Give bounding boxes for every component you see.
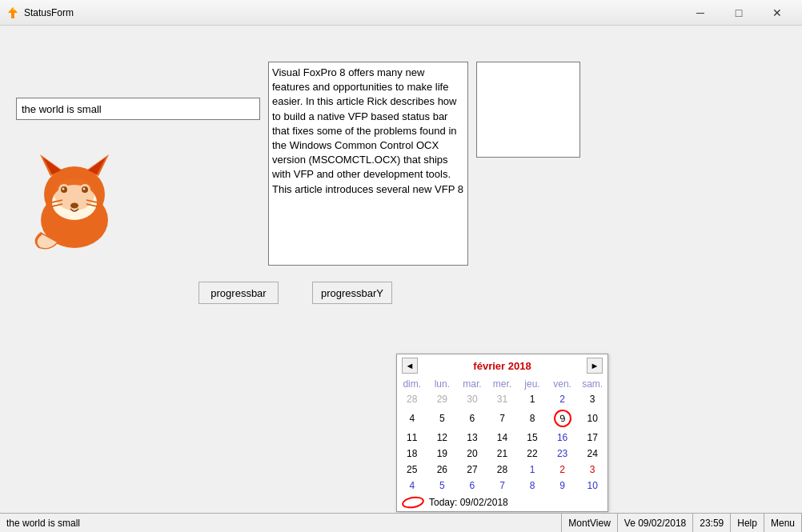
col-jeu: jeu. [517,377,547,391]
minimize-button[interactable]: ─ [682,0,719,26]
window-title: StatusForm [24,7,682,18]
calendar-day[interactable]: 2 [547,391,578,407]
calendar-week-row: 18192021222324 [397,446,608,462]
calendar-day[interactable]: 3 [577,462,608,478]
close-button[interactable]: ✕ [759,0,796,26]
progressbar-button[interactable]: progressbar [198,282,279,304]
calendar-day[interactable]: 23 [547,446,578,462]
calendar-day[interactable]: 24 [577,446,608,462]
progressbary-button[interactable]: progressbarY [312,282,392,304]
fox-image [22,148,126,252]
text-area[interactable]: Visual FoxPro 8 offers many new features… [268,62,468,266]
calendar-week-row: 45678910 [397,478,608,494]
calendar-day[interactable]: 8 [517,478,547,494]
text-area-content: Visual FoxPro 8 offers many new features… [272,66,463,195]
calendar-day[interactable]: 6 [457,407,487,430]
statusbar-date: Ve 09/02/2018 [618,514,693,532]
calendar-day[interactable]: 11 [397,430,427,446]
calendar-day[interactable]: 5 [427,478,458,494]
calendar-week-row: 45678910 [397,407,608,430]
calendar-day[interactable]: 13 [457,430,487,446]
statusbar-time: 23:59 [693,514,731,532]
calendar-day[interactable]: 28 [397,391,427,407]
statusbar: the world is small MontView Ve 09/02/201… [0,513,802,532]
svg-point-20 [54,178,94,210]
calendar-day[interactable]: 3 [577,391,608,407]
calendar-day[interactable]: 19 [427,446,458,462]
calendar-day[interactable]: 29 [427,391,458,407]
col-mar: mar. [457,377,487,391]
calendar-next-button[interactable]: ► [587,358,603,374]
calendar-day[interactable]: 4 [397,407,427,430]
main-window: StatusForm ─ □ ✕ [0,0,802,532]
calendar-day[interactable]: 10 [577,478,608,494]
calendar-day[interactable]: 27 [457,462,487,478]
image-box [476,62,580,158]
calendar-day[interactable]: 7 [487,478,518,494]
calendar-day[interactable]: 18 [397,446,427,462]
calendar-prev-button[interactable]: ◄ [402,358,418,374]
col-ven: ven. [547,377,578,391]
calendar-day[interactable]: 15 [517,430,547,446]
calendar-day[interactable]: 9 [547,478,578,494]
col-lun: lun. [427,377,458,391]
calendar-day[interactable]: 28 [487,462,518,478]
calendar-header-row: dim. lun. mar. mer. jeu. ven. sam. [397,377,608,391]
calendar-grid: dim. lun. mar. mer. jeu. ven. sam. 28293… [397,377,608,494]
calendar-week-row: 28293031123 [397,391,608,407]
col-sam: sam. [577,377,608,391]
calendar-day[interactable]: 31 [487,391,518,407]
window-controls: ─ □ ✕ [682,0,796,26]
statusbar-help[interactable]: Help [731,514,764,532]
calendar-day[interactable]: 30 [457,391,487,407]
calendar-day[interactable]: 14 [487,430,518,446]
calendar-day[interactable]: 1 [517,391,547,407]
fox-image-container [16,142,132,258]
calendar-day[interactable]: 10 [577,407,608,430]
calendar-week-row: 25262728123 [397,462,608,478]
col-dim: dim. [397,377,427,391]
calendar-day[interactable]: 6 [457,478,487,494]
calendar-day[interactable]: 4 [397,478,427,494]
calendar-day[interactable]: 9 [547,407,578,430]
col-mer: mer. [487,377,518,391]
calendar-day[interactable]: 5 [427,407,458,430]
calendar-week-row: 11121314151617 [397,430,608,446]
statusbar-montview: MontView [562,514,617,532]
calendar-day[interactable]: 16 [547,430,578,446]
statusbar-menu[interactable]: Menu [764,514,802,532]
calendar-day[interactable]: 26 [427,462,458,478]
calendar-day[interactable]: 8 [517,407,547,430]
calendar-header: ◄ février 2018 ► [397,354,608,377]
calendar-day[interactable]: 2 [547,462,578,478]
app-icon [6,6,19,19]
main-content: Visual FoxPro 8 offers many new features… [0,26,802,513]
calendar-oval [401,495,425,510]
titlebar: StatusForm ─ □ ✕ [0,0,802,26]
calendar-day[interactable]: 12 [427,430,458,446]
statusbar-text: the world is small [0,514,562,532]
calendar-day[interactable]: 25 [397,462,427,478]
calendar-day[interactable]: 20 [457,446,487,462]
calendar-day[interactable]: 22 [517,446,547,462]
text-input-field[interactable] [16,98,260,120]
calendar-today: Today: 09/02/2018 [429,497,508,508]
restore-button[interactable]: □ [720,0,757,26]
calendar-widget: ◄ février 2018 ► dim. lun. mar. mer. jeu… [396,354,608,512]
calendar-day[interactable]: 17 [577,430,608,446]
calendar-footer: Today: 09/02/2018 [397,494,608,511]
calendar-day[interactable]: 7 [487,407,518,430]
calendar-title: février 2018 [473,360,531,372]
calendar-day[interactable]: 1 [517,462,547,478]
calendar-day[interactable]: 21 [487,446,518,462]
